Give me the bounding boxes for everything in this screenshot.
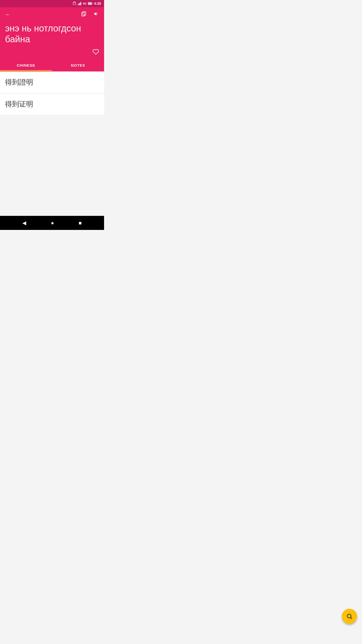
svg-rect-0 <box>73 2 76 5</box>
nav-back-button[interactable]: ◀ <box>18 218 30 228</box>
heart-row <box>4 48 100 60</box>
battery-icon <box>88 2 93 5</box>
translation-item-traditional: 得到證明 <box>0 71 104 93</box>
status-bar: 4G 4:20 <box>0 0 104 7</box>
header-actions <box>80 10 100 19</box>
favorite-button[interactable] <box>92 48 100 58</box>
svg-rect-5 <box>92 3 92 4</box>
nav-bar: ◀ ● ■ <box>0 216 104 230</box>
copy-button[interactable] <box>80 10 87 19</box>
signal-icon <box>77 2 81 5</box>
svg-rect-1 <box>74 2 74 3</box>
content-area: 得到證明 得到证明 <box>0 71 104 216</box>
status-time: 4:20 <box>94 2 101 6</box>
nav-recents-button[interactable]: ■ <box>75 218 86 228</box>
svg-rect-8 <box>82 13 85 16</box>
svg-rect-2 <box>75 2 75 3</box>
tab-bar: CHINESE NOTES <box>0 60 104 71</box>
svg-rect-7 <box>83 12 86 15</box>
empty-content <box>0 115 104 216</box>
sd-card-icon <box>73 2 76 6</box>
translation-item-simplified: 得到证明 <box>0 93 104 115</box>
app-header: ← энэ нь нотлогдсон байна <box>0 7 104 60</box>
sound-button[interactable] <box>93 10 100 19</box>
word-title: энэ нь нотлогдсон байна <box>4 23 100 45</box>
tab-notes[interactable]: NOTES <box>52 60 104 71</box>
nav-home-button[interactable]: ● <box>47 218 58 228</box>
header-top: ← <box>4 10 100 19</box>
back-button[interactable]: ← <box>4 10 12 19</box>
tab-chinese[interactable]: CHINESE <box>0 60 52 71</box>
network-type: 4G <box>83 2 86 5</box>
